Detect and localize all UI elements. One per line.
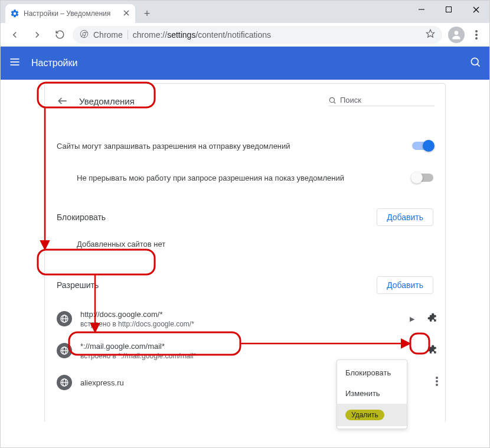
svg-point-35	[436, 384, 438, 386]
allow-section-header: Разрешить Добавить	[45, 267, 445, 303]
settings-app-bar: Настройки	[1, 47, 489, 80]
minimize-button[interactable]	[408, 1, 435, 18]
window-titlebar: Настройки – Уведомления +	[1, 1, 489, 23]
quiet-mode-label: Не прерывать мою работу при запросе разр…	[77, 174, 344, 182]
svg-point-34	[436, 380, 438, 382]
allow-add-button[interactable]: Добавить	[377, 276, 433, 294]
svg-point-15	[475, 37, 478, 40]
menu-icon[interactable]	[9, 56, 21, 70]
svg-line-20	[477, 64, 479, 66]
close-window-button[interactable]	[462, 1, 489, 18]
globe-icon	[57, 311, 72, 326]
search-icon[interactable]	[469, 56, 481, 70]
close-tab-icon[interactable]	[123, 9, 129, 18]
svg-line-23	[334, 102, 335, 103]
svg-point-12	[455, 31, 459, 35]
quiet-mode-toggle[interactable]	[412, 174, 433, 182]
menu-remove-item[interactable]: Удалить	[337, 404, 407, 426]
page-title: Уведомления	[79, 96, 135, 106]
block-empty-state: Добавленных сайтов нет	[45, 235, 445, 259]
block-section-header: Блокировать Добавить	[45, 200, 445, 235]
menu-edit-item[interactable]: Изменить	[337, 383, 407, 404]
allow-site-row: http://docs.google.com/* встроено в http…	[45, 303, 445, 335]
globe-icon	[57, 343, 72, 358]
forward-button[interactable]	[28, 25, 47, 44]
panel-header: Уведомления Поиск	[45, 84, 445, 118]
browser-menu-button[interactable]	[468, 25, 485, 44]
browser-toolbar: Chrome chrome://settings/content/notific…	[1, 23, 489, 47]
settings-icon	[10, 9, 19, 18]
omnibox-url: chrome://settings/content/notifications	[133, 30, 271, 40]
browser-tab[interactable]: Настройки – Уведомления	[5, 4, 135, 23]
settings-scroll-area[interactable]: Уведомления Поиск Сайты могут запрашиват…	[1, 80, 489, 448]
extension-icon	[426, 344, 438, 358]
quiet-mode-row: Не прерывать мою работу при запросе разр…	[45, 162, 445, 194]
extension-icon	[426, 312, 438, 326]
tab-title: Настройки – Уведомления	[24, 9, 110, 18]
search-placeholder: Поиск	[340, 96, 361, 104]
window-controls	[408, 1, 489, 18]
tab-strip: Настройки – Уведомления +	[5, 1, 155, 23]
allow-section-label: Разрешить	[57, 280, 99, 290]
globe-icon	[57, 375, 72, 390]
ask-permission-label: Сайты могут запрашивать разрешения на от…	[57, 142, 290, 151]
chevron-right-icon[interactable]: ▶	[410, 315, 414, 323]
site-domain: http://docs.google.com/*	[80, 310, 194, 319]
chrome-product-icon	[80, 30, 89, 40]
profile-avatar[interactable]	[448, 27, 465, 43]
svg-point-19	[471, 58, 478, 65]
reload-button[interactable]	[50, 25, 69, 44]
svg-point-33	[436, 377, 438, 379]
more-menu-button[interactable]	[436, 377, 438, 388]
new-tab-button[interactable]: +	[139, 5, 155, 22]
svg-rect-3	[446, 7, 452, 12]
site-context-menu: Блокировать Изменить Удалить	[337, 359, 407, 429]
bookmark-star-icon[interactable]	[426, 29, 435, 40]
maximize-button[interactable]	[435, 1, 462, 18]
back-button[interactable]	[5, 25, 24, 44]
app-title: Настройки	[31, 58, 77, 68]
site-domain: aliexpress.ru	[80, 378, 124, 387]
address-bar[interactable]: Chrome chrome://settings/content/notific…	[73, 26, 442, 44]
svg-point-22	[329, 97, 334, 102]
ask-permission-toggle[interactable]	[412, 142, 433, 150]
ask-permission-row: Сайты могут запрашивать разрешения на от…	[45, 130, 445, 162]
site-sublabel: встроено в *://mail.google.com/mail*	[80, 352, 196, 360]
site-sublabel: встроено в http://docs.google.com/*	[80, 320, 194, 328]
svg-marker-11	[426, 30, 434, 37]
svg-point-13	[475, 30, 478, 32]
omnibox-label: Chrome	[93, 30, 123, 40]
block-add-button[interactable]: Добавить	[377, 208, 433, 226]
back-arrow-icon[interactable]	[55, 94, 70, 108]
block-section-label: Блокировать	[57, 212, 106, 222]
menu-block-item[interactable]: Блокировать	[337, 362, 407, 383]
svg-point-14	[475, 34, 478, 36]
settings-search-input[interactable]: Поиск	[328, 96, 435, 106]
site-domain: *://mail.google.com/mail*	[80, 342, 196, 351]
